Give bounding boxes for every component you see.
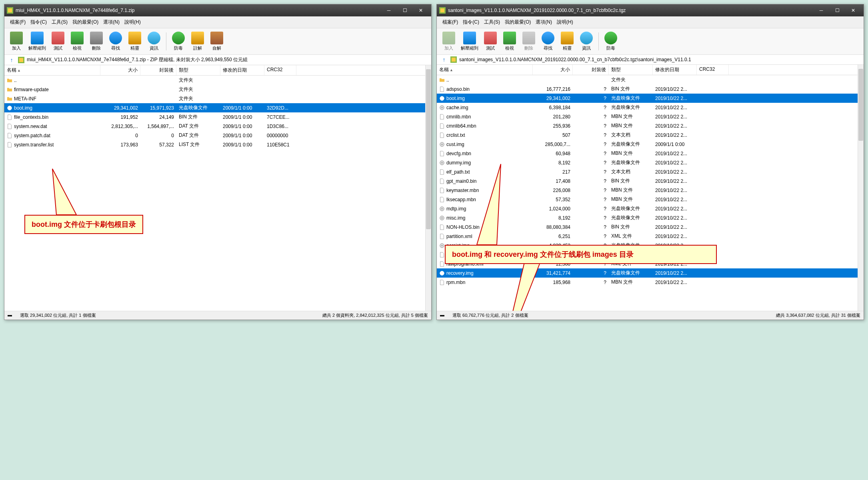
ti-view-icon	[71, 32, 84, 44]
toolbar-尋找[interactable]: 尋找	[107, 31, 124, 52]
menu-工具(S)[interactable]: 工具(S)	[49, 18, 70, 26]
ti-wiz-icon	[128, 32, 141, 44]
toolbar-測試[interactable]: 測試	[49, 31, 67, 52]
menu-說明(H)[interactable]: 說明(H)	[554, 18, 576, 26]
annotation-callout: boot.img 文件位于卡刷包根目录	[24, 215, 143, 234]
svg-point-24	[442, 245, 443, 246]
menu-選項(N)[interactable]: 選項(N)	[101, 18, 122, 26]
ti-del-icon	[522, 32, 535, 44]
column-header-修改的日期[interactable]: 修改的日期	[220, 65, 264, 75]
toolbar-檢視[interactable]: 檢視	[68, 31, 86, 52]
toolbar: 加入 解壓縮到 測試 檢視 刪除 尋找 精靈 資訊 防毒 註解	[4, 28, 431, 55]
toolbar-精靈[interactable]: 精靈	[126, 31, 144, 52]
path-text[interactable]: miui_HM4X_V11.0.1.0.NAMCNXM_7e7448fe6d_7…	[27, 56, 428, 63]
file-row[interactable]: firmware-update 文件夹	[4, 85, 431, 94]
path-text[interactable]: santoni_images_V11.0.1.0.NAMCNXM_2019102…	[459, 57, 860, 62]
svg-point-25	[440, 271, 444, 275]
column-header-類型[interactable]: 類型	[176, 65, 220, 75]
column-header-類型[interactable]: 類型	[609, 65, 653, 75]
column-header-封裝後[interactable]: 封裝後	[140, 65, 176, 75]
file-row[interactable]: crclist.txt 507 ? 文本文档 2019/10/22 2...	[437, 130, 864, 140]
toolbar-刪除[interactable]: 刪除	[88, 31, 105, 52]
menu-工具(S)[interactable]: 工具(S)	[482, 18, 502, 26]
toolbar: 加入 解壓縮到 測試 檢視 刪除 尋找 精靈 資訊 防毒	[437, 28, 864, 55]
toolbar-防毒[interactable]: 防毒	[170, 31, 187, 52]
ti-test-icon	[484, 32, 497, 44]
file-row[interactable]: boot.img 29,341,002 ? 光盘映像文件 2019/10/22 …	[437, 94, 864, 103]
file-row[interactable]: keymaster.mbn 226,008 ? MBN 文件 2019/10/2…	[437, 186, 864, 195]
file-row[interactable]: recovery.img 31,421,774 ? 光盘映像文件 2019/10…	[437, 268, 864, 278]
titlebar[interactable]: miui_HM4X_V11.0.1.0.NAMCNXM_7e7448fe6d_7…	[4, 4, 431, 16]
close-button[interactable]: ✕	[845, 6, 861, 15]
file-row[interactable]: .. 文件夹	[437, 75, 864, 84]
menu-檔案(F)[interactable]: 檔案(F)	[8, 18, 28, 26]
file-row[interactable]: elf_path.txt 217 ? 文本文档 2019/10/22 2...	[437, 167, 864, 176]
file-row[interactable]: mdtp.img 1,024,000 ? 光盘映像文件 2019/10/22 2…	[437, 204, 864, 213]
menu-我的最愛(O)[interactable]: 我的最愛(O)	[502, 18, 533, 26]
file-row[interactable]: devcfg.mbn 60,948 ? MBN 文件 2019/10/22 2.…	[437, 149, 864, 158]
scrollbar[interactable]	[858, 65, 864, 311]
file-row[interactable]: file_contexts.bin 191,952 24,149 BIN 文件 …	[4, 112, 431, 122]
column-header-封裝後[interactable]: 封裝後	[573, 65, 609, 75]
file-row[interactable]: partition.xml 6,251 ? XML 文件 2019/10/22 …	[437, 232, 864, 241]
file-row[interactable]: cmnlib.mbn 201,280 ? MBN 文件 2019/10/22 2…	[437, 112, 864, 121]
file-row[interactable]: dummy.img 8,192 ? 光盘映像文件 2019/10/22 2...	[437, 158, 864, 167]
file-row[interactable]: .. 文件夹	[4, 76, 431, 85]
toolbar-測試[interactable]: 測試	[482, 31, 499, 52]
menu-指令(C)[interactable]: 指令(C)	[28, 18, 49, 26]
file-row[interactable]: rpm.mbn 185,968 ? MBN 文件 2019/10/22 2...	[437, 278, 864, 287]
toolbar-精靈[interactable]: 精靈	[558, 31, 576, 52]
toolbar-解壓縮到[interactable]: 解壓縮到	[459, 31, 480, 52]
minimize-button[interactable]: ─	[381, 6, 397, 15]
maximize-button[interactable]: ☐	[829, 6, 845, 15]
menu-指令(C)[interactable]: 指令(C)	[460, 18, 482, 26]
toolbar-註解[interactable]: 註解	[189, 31, 206, 52]
column-header-CRC32[interactable]: CRC32	[697, 65, 729, 75]
file-row[interactable]: adspso.bin 16,777,216 ? BIN 文件 2019/10/2…	[437, 84, 864, 94]
file-row[interactable]: misc.img 8,192 ? 光盘映像文件 2019/10/22 2...	[437, 213, 864, 222]
minimize-button[interactable]: ─	[813, 6, 829, 15]
file-row[interactable]: boot.img 29,341,002 15,971,923 光盘映像文件 20…	[4, 103, 431, 112]
file-row[interactable]: NON-HLOS.bin 88,080,384 ? BIN 文件 2019/10…	[437, 222, 864, 232]
toolbar-自解[interactable]: 自解	[208, 31, 226, 52]
up-button[interactable]: ↑	[8, 57, 16, 63]
file-row[interactable]: gpt_main0.bin 17,408 ? BIN 文件 2019/10/22…	[437, 176, 864, 186]
column-header-大小[interactable]: 大小	[533, 65, 573, 75]
toolbar-尋找[interactable]: 尋找	[539, 31, 557, 52]
column-header-名稱[interactable]: 名稱▲	[437, 65, 533, 75]
titlebar[interactable]: santoni_images_V11.0.1.0.NAMCNXM_2019102…	[437, 4, 864, 16]
close-button[interactable]: ✕	[413, 6, 429, 15]
up-button[interactable]: ↑	[440, 56, 448, 63]
svg-point-16	[442, 144, 443, 145]
menu-選項(N)[interactable]: 選項(N)	[533, 18, 554, 26]
svg-point-20	[442, 208, 443, 209]
toolbar-加入[interactable]: 加入	[8, 31, 25, 52]
toolbar-檢視[interactable]: 檢視	[501, 31, 518, 52]
ti-extract-icon	[463, 32, 476, 44]
menu-我的最愛(O)[interactable]: 我的最愛(O)	[70, 18, 101, 26]
window-title: santoni_images_V11.0.1.0.NAMCNXM_2019102…	[448, 8, 813, 13]
file-row[interactable]: system.new.dat 2,812,305,... 1,564,897,.…	[4, 122, 431, 131]
file-row[interactable]: system.transfer.list 173,963 57,322 LIST…	[4, 140, 431, 149]
file-row[interactable]: cmnlib64.mbn 255,936 ? MBN 文件 2019/10/22…	[437, 121, 864, 130]
file-row[interactable]: system.patch.dat 0 0 DAT 文件 2009/1/1 0:0…	[4, 131, 431, 140]
menu-檔案(F)[interactable]: 檔案(F)	[440, 18, 460, 26]
column-header-名稱[interactable]: 名稱▲	[4, 65, 100, 75]
column-header-修改的日期[interactable]: 修改的日期	[653, 65, 697, 75]
winrar-window-0: miui_HM4X_V11.0.1.0.NAMCNXM_7e7448fe6d_7…	[4, 4, 432, 320]
file-row[interactable]: cust.img 285,000,7... ? 光盘映像文件 2009/1/1 …	[437, 140, 864, 149]
maximize-button[interactable]: ☐	[397, 6, 413, 15]
file-row[interactable]: lksecapp.mbn 57,352 ? MBN 文件 2019/10/22 …	[437, 195, 864, 204]
svg-point-14	[442, 107, 443, 108]
menu-說明(H)[interactable]: 說明(H)	[122, 18, 143, 26]
file-row[interactable]: cache.img 6,398,184 ? 光盘映像文件 2019/10/22 …	[437, 103, 864, 112]
file-list: 名稱▲大小封裝後類型修改的日期CRC32 .. 文件夹 adspso.bin 1…	[437, 65, 864, 311]
toolbar-資訊[interactable]: 資訊	[578, 31, 595, 52]
toolbar-防毒[interactable]: 防毒	[602, 31, 620, 52]
toolbar-解壓縮到[interactable]: 解壓縮到	[27, 31, 48, 52]
column-header-CRC32[interactable]: CRC32	[264, 65, 296, 75]
toolbar-資訊[interactable]: 資訊	[145, 31, 163, 52]
column-header-大小[interactable]: 大小	[100, 65, 140, 75]
file-row[interactable]: META-INF 文件夹	[4, 94, 431, 103]
scrollbar[interactable]	[425, 65, 431, 311]
